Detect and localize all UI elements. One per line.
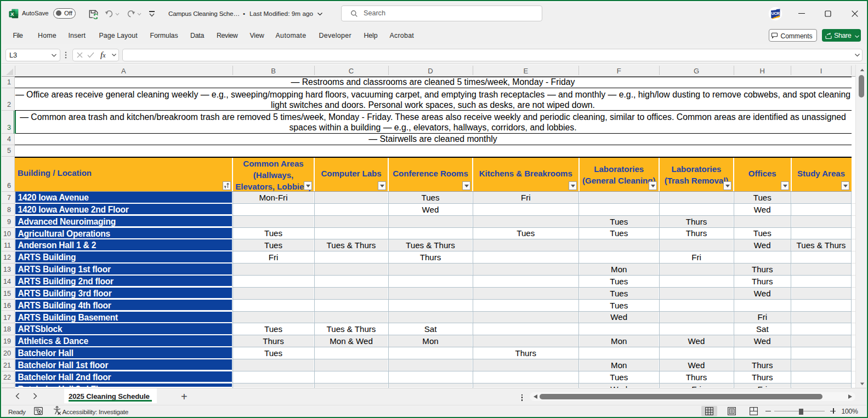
svg-text:UCR: UCR [771, 11, 780, 16]
svg-text:X: X [10, 11, 14, 17]
